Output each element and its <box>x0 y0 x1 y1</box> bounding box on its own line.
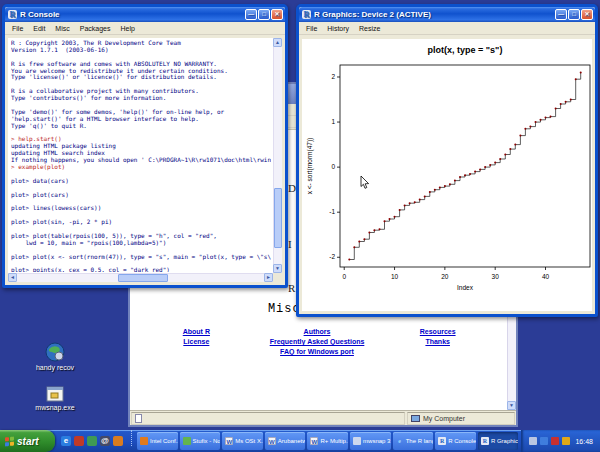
close-button[interactable]: ✕ <box>271 9 283 20</box>
plot-shape <box>504 154 506 156</box>
scrollbar-thumb[interactable] <box>274 188 282 248</box>
scrollbar-corner <box>273 273 282 282</box>
menu-resize[interactable]: Resize <box>355 25 384 32</box>
help-link[interactable]: Frequently Asked Questions <box>270 338 365 345</box>
task-button-label: mwsnap 3... <box>363 438 391 444</box>
plot-shape <box>474 171 476 173</box>
plot-shape <box>469 173 471 175</box>
plot-shape <box>434 189 436 191</box>
menu-edit[interactable]: Edit <box>29 25 49 32</box>
console-line: plot> lines(lowess(cars)) <box>11 205 271 212</box>
plot-shape <box>489 164 491 166</box>
plot-shape <box>499 158 501 160</box>
dark-app-icon[interactable]: @ <box>100 436 110 446</box>
plot-shape <box>535 121 537 123</box>
plot-shape <box>363 238 365 240</box>
plot-shape <box>394 216 396 218</box>
plot-label: 1 <box>331 118 335 125</box>
word-doc-icon: W <box>268 437 276 445</box>
taskbar-button-the-r-lang[interactable]: eThe R lang... <box>393 432 434 450</box>
menu-packages[interactable]: Packages <box>76 25 115 32</box>
taskbar-button-ms-ost-x[interactable]: WMs OSt X... <box>222 432 263 450</box>
messenger-tray-icon[interactable] <box>562 437 570 445</box>
internet-explorer-icon[interactable]: e <box>61 436 71 446</box>
plot-shape <box>494 162 496 164</box>
task-button-label: R Graphics:... <box>491 438 519 444</box>
volume-tray-icon[interactable] <box>529 437 537 445</box>
console-titlebar[interactable]: R R Console — □ ✕ <box>5 7 285 22</box>
console-line: Version 1.7.1 (2003-06-16) <box>11 47 271 54</box>
console-line: Type 'license()' or 'licence()' for dist… <box>11 74 271 81</box>
taskbar-button-arubanetw[interactable]: WArubanetw... <box>265 432 306 450</box>
word-doc-icon: W <box>310 437 318 445</box>
help-link[interactable]: FAQ for Windows port <box>280 348 354 355</box>
console-client-area[interactable]: R : Copyright 2003, The R Development Co… <box>8 38 282 282</box>
console-horizontal-scrollbar[interactable]: ◄ ► <box>8 273 273 282</box>
minimize-button[interactable]: — <box>555 9 567 20</box>
console-line: Type 'q()' to quit R. <box>11 123 271 130</box>
task-button-label: Ms OSt X... <box>235 438 263 444</box>
taskbar-button-r-graphics[interactable]: RR Graphics:... <box>478 432 519 450</box>
plot-shape <box>509 148 511 150</box>
maximize-button[interactable]: □ <box>258 9 270 20</box>
console-text[interactable]: R : Copyright 2003, The R Development Co… <box>11 40 271 272</box>
orange-app-icon <box>140 437 148 445</box>
taskbar-button-r-multip[interactable]: WR+ Multip... <box>307 432 348 450</box>
orange-app-icon[interactable] <box>113 436 123 446</box>
tray-icons <box>529 437 570 445</box>
green-app-icon[interactable] <box>87 436 97 446</box>
plot-label: 0 <box>342 273 346 280</box>
minimize-button[interactable]: — <box>245 9 257 20</box>
plot-shape <box>570 99 572 101</box>
console-line: lwd = 10, main = "rpois(100,lambda=5)") <box>11 240 271 247</box>
close-button[interactable]: ✕ <box>581 9 593 20</box>
menu-history[interactable]: History <box>323 25 353 32</box>
taskbar-button-mwsnap-3[interactable]: mwsnap 3... <box>350 432 391 450</box>
maximize-button[interactable]: □ <box>568 9 580 20</box>
task-button-label: Arubanetw... <box>278 438 306 444</box>
taskbar-button-intel-conf[interactable]: Intel Conf... <box>137 432 178 450</box>
plot-shape <box>479 168 481 170</box>
plot-shape <box>550 116 552 118</box>
plot-label: 2 <box>331 73 335 80</box>
plot-shape <box>384 220 386 222</box>
help-link[interactable]: License <box>183 338 209 345</box>
plot-shape <box>404 204 406 206</box>
scroll-left-arrow[interactable]: ◄ <box>8 273 17 282</box>
antivirus-tray-icon[interactable] <box>551 437 559 445</box>
desktop-icon-1[interactable]: handy recov <box>26 342 84 371</box>
plot-shape <box>368 232 370 234</box>
network-tray-icon[interactable] <box>540 437 548 445</box>
task-button-label: Stufix - Nov... <box>193 438 221 444</box>
help-link[interactable]: Thanks <box>425 338 450 345</box>
statusbar-zone: My Computer <box>407 412 515 425</box>
help-link[interactable]: About R <box>183 328 210 335</box>
task-button-label: The R lang... <box>406 438 434 444</box>
console-vertical-scrollbar[interactable]: ▲ ▼ <box>273 38 282 273</box>
plot-shape <box>575 78 577 80</box>
desktop-icon-2[interactable]: mwsnap.exe <box>26 386 84 411</box>
scroll-up-arrow[interactable]: ▲ <box>273 38 282 47</box>
scroll-down-arrow[interactable]: ▼ <box>273 264 282 273</box>
graphics-titlebar[interactable]: R R Graphics: Device 2 (ACTIVE) — □ ✕ <box>299 7 595 22</box>
menu-help[interactable]: Help <box>116 25 138 32</box>
plot-label: -2 <box>329 253 335 260</box>
start-button[interactable]: start <box>0 430 55 452</box>
statusbar-left <box>131 412 405 425</box>
taskbar-button-r-console[interactable]: RR Console <box>435 432 476 450</box>
console-line: plot> plot(sin, -pi, 2 * pi) <box>11 219 271 226</box>
menu-file[interactable]: File <box>8 25 27 32</box>
scrollbar-thumb[interactable] <box>118 274 168 282</box>
menu-file[interactable]: File <box>302 25 321 32</box>
help-link[interactable]: Resources <box>420 328 456 335</box>
taskbar-button-stufix-nov[interactable]: Stufix - Nov... <box>180 432 221 450</box>
console-line: plot> plot(x <- sort(rnorm(47)), type = … <box>11 254 271 261</box>
plot-label: 10 <box>391 273 399 280</box>
scroll-right-arrow[interactable]: ► <box>264 273 273 282</box>
help-link[interactable]: Authors <box>304 328 331 335</box>
scroll-down-arrow[interactable]: ▼ <box>507 401 516 410</box>
page-text-fragment: I <box>288 238 292 250</box>
red-app-icon[interactable] <box>74 436 84 446</box>
menu-misc[interactable]: Misc <box>51 25 73 32</box>
plot-shape <box>514 144 516 146</box>
